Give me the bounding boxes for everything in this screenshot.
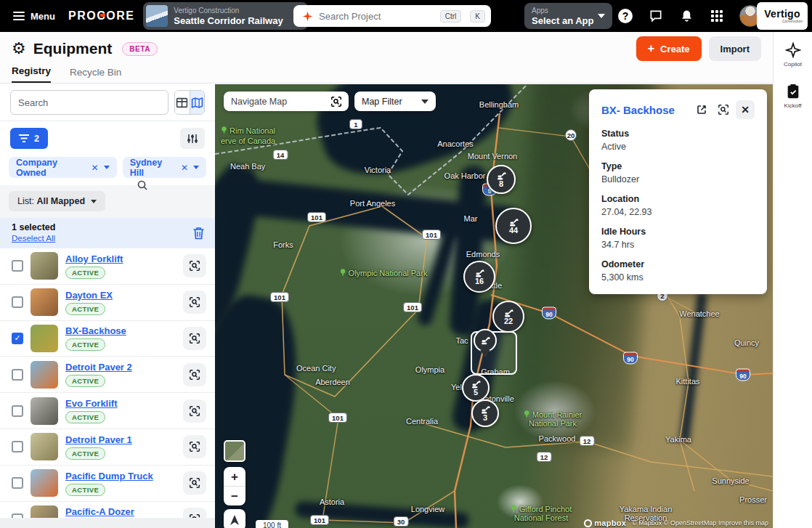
filter-chip-company-owned[interactable]: Company Owned ✕	[9, 157, 117, 178]
map-filter-dropdown[interactable]: Map Filter	[354, 92, 436, 111]
equipment-cluster-marker[interactable]: 8	[487, 165, 516, 194]
remove-chip-icon[interactable]: ✕	[181, 163, 188, 173]
tab-recycle-bin[interactable]: Recycle Bin	[70, 67, 121, 83]
attribution-text[interactable]: © Mapbox © OpenStreetMap Improve this ma…	[632, 519, 768, 527]
chat-button[interactable]	[648, 8, 664, 24]
item-checkbox[interactable]	[12, 441, 23, 452]
item-checkbox[interactable]	[12, 369, 23, 381]
procore-logo[interactable]: PROCORE	[68, 9, 134, 23]
item-checkbox[interactable]	[12, 405, 23, 417]
locate-icon[interactable]	[330, 95, 343, 108]
locate-on-map-button[interactable]	[183, 363, 206, 386]
list-filter-band: List: All Mapped	[0, 185, 215, 218]
help-button[interactable]: ?	[617, 8, 633, 24]
locate-on-map-button[interactable]	[183, 254, 206, 277]
global-search[interactable]: Search Project Ctrl K	[293, 5, 491, 27]
equipment-popup-card: BX- Backhose ✕ StatusActiveTypeBulldozer…	[589, 89, 767, 294]
locate-equipment-button[interactable]	[714, 100, 733, 119]
apps-selector[interactable]: Apps Select an App	[524, 3, 612, 29]
adjust-columns-button[interactable]	[180, 128, 205, 149]
item-checkbox[interactable]	[12, 260, 23, 272]
popup-title[interactable]: BX- Backhose	[601, 104, 689, 116]
import-button[interactable]: Import	[709, 36, 761, 61]
item-name-link[interactable]: Detroit Paver 1	[65, 434, 132, 445]
chat-icon	[649, 9, 663, 23]
org-logo: Vertigo Construction	[757, 2, 808, 30]
compass-button[interactable]	[224, 509, 245, 528]
popup-fields: StatusActiveTypeBulldozerLocation27.04, …	[601, 129, 755, 283]
road-shield: 90	[623, 352, 638, 365]
road-shield: 101	[310, 515, 329, 525]
equipment-cluster-marker[interactable]: 44	[495, 208, 532, 244]
item-name-link[interactable]: Dayton EX	[65, 290, 113, 301]
close-popup-button[interactable]: ✕	[736, 100, 755, 119]
locate-icon	[188, 296, 201, 309]
map-layers-button[interactable]	[224, 440, 245, 462]
selected-equipment-pin[interactable]	[474, 329, 497, 358]
chevron-down-icon[interactable]	[104, 166, 110, 169]
trash-icon	[192, 227, 205, 240]
filter-chip-sydney-hill[interactable]: Sydney Hill ✕	[123, 157, 206, 178]
locate-on-map-button[interactable]	[183, 435, 206, 458]
project-selector[interactable]: Vertigo Construction Seattle Corridor Ra…	[143, 2, 307, 30]
item-name-link[interactable]: Detroit Paver 2	[65, 362, 132, 373]
item-name-link[interactable]: Pacific Dump Truck	[65, 471, 153, 482]
delete-selected-button[interactable]	[192, 227, 205, 240]
mapbox-logo[interactable]: mapbox	[584, 519, 626, 527]
locate-icon	[188, 259, 201, 272]
chevron-down-icon[interactable]	[193, 166, 199, 169]
map-place-label: Gifford Pinchot	[511, 505, 572, 513]
table-view-button[interactable]	[175, 91, 190, 114]
create-button[interactable]: +Create	[636, 36, 702, 61]
chevron-down-icon	[421, 99, 429, 104]
zoom-in-button[interactable]: +	[224, 467, 245, 487]
equipment-cluster-marker[interactable]: 3	[471, 399, 499, 427]
hamburger-icon	[13, 12, 25, 20]
road-shield: 101	[270, 292, 289, 302]
app-grid-button[interactable]	[709, 8, 725, 24]
locate-on-map-button[interactable]	[183, 291, 206, 314]
navigate-map-input[interactable]	[231, 97, 330, 107]
chevron-down-icon	[91, 200, 97, 203]
locate-on-map-button[interactable]	[183, 508, 206, 518]
item-name-link[interactable]: Evo Forklift	[65, 398, 118, 409]
popup-field: TypeBulldozer	[601, 161, 755, 184]
copilot-button[interactable]: Copilot	[784, 42, 802, 68]
item-name-link[interactable]: Alloy Forklift	[65, 253, 123, 264]
equipment-cluster-marker[interactable]: 22	[492, 301, 524, 333]
open-details-button[interactable]	[692, 100, 711, 119]
map-view-button[interactable]	[190, 91, 204, 114]
map-canvas[interactable]: BellinghamRim Nationalerve of CanadaNeah…	[215, 84, 773, 528]
search-input[interactable]	[10, 90, 169, 115]
status-badge: ACTIVE	[65, 375, 105, 387]
map-place-label: Bellingham	[479, 100, 519, 109]
kickoff-button[interactable]: Kickoff	[784, 84, 802, 109]
table-icon	[176, 97, 188, 109]
list-dropdown[interactable]: List: All Mapped	[9, 191, 105, 211]
notifications-button[interactable]	[678, 8, 694, 24]
equipment-cluster-marker[interactable]: 5	[462, 374, 490, 402]
tab-registry[interactable]: Registry	[12, 65, 51, 83]
zoom-out-button[interactable]: −	[224, 487, 245, 505]
item-name-link[interactable]: Pacific-A Dozer	[65, 506, 134, 517]
item-checkbox[interactable]: ✓	[12, 333, 23, 344]
sparkle-icon	[785, 42, 801, 58]
main-menu-button[interactable]: Menu	[7, 11, 55, 22]
deselect-all-link[interactable]: Deselect All	[12, 233, 55, 243]
item-name-link[interactable]: BX-Backhose	[65, 325, 126, 336]
popup-field-label: Odometer	[601, 259, 755, 269]
equipment-sidebar: 2 Company Owned ✕ Sydney Hill ✕ List: Al…	[0, 84, 215, 528]
excavator-icon	[480, 336, 491, 345]
road-shield: 101	[328, 413, 347, 423]
map-place-label: Quincy	[734, 338, 759, 347]
locate-on-map-button[interactable]	[183, 471, 206, 495]
item-checkbox[interactable]	[12, 296, 23, 308]
map-place-label: Ocean City	[296, 364, 336, 373]
item-checkbox[interactable]	[12, 477, 23, 489]
locate-on-map-button[interactable]	[183, 327, 206, 350]
filters-button[interactable]: 2	[10, 128, 48, 149]
equipment-cluster-marker[interactable]: 16	[463, 261, 495, 293]
road-shield: 20	[565, 129, 577, 141]
locate-on-map-button[interactable]	[183, 399, 206, 423]
remove-chip-icon[interactable]: ✕	[92, 163, 99, 173]
